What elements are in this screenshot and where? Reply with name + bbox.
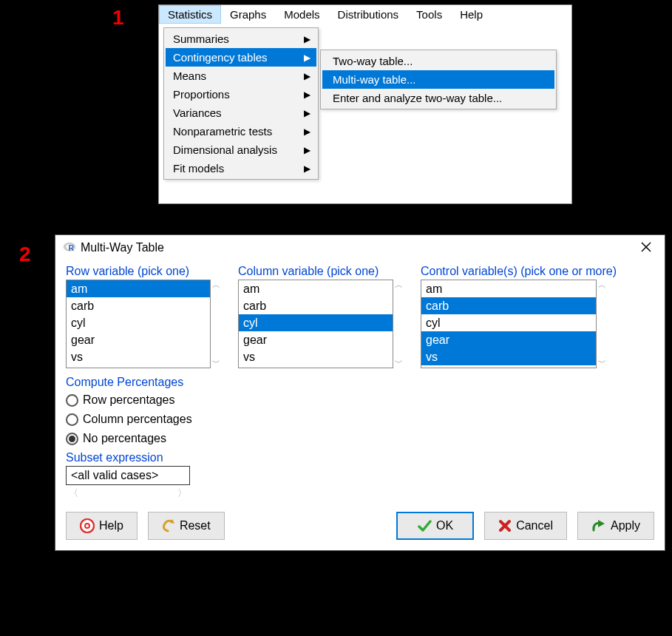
submenu-enter-analyze[interactable]: Enter and analyze two-way table... bbox=[322, 89, 554, 107]
ok-button[interactable]: OK bbox=[396, 512, 474, 540]
statistics-dropdown: Summaries▶ Contingency tables▶ Means▶ Pr… bbox=[163, 27, 319, 180]
menu-graphs[interactable]: Graphs bbox=[221, 5, 275, 24]
radio-icon bbox=[66, 394, 78, 407]
radio-row-percentages[interactable]: Row percentages bbox=[66, 390, 654, 410]
submenu-arrow-icon: ▶ bbox=[304, 89, 310, 100]
svg-text:R: R bbox=[69, 243, 75, 252]
radio-no-percentages[interactable]: No percentages bbox=[66, 429, 654, 448]
list-item[interactable]: gear bbox=[239, 331, 393, 348]
row-variable-label: Row variable (pick one) bbox=[66, 265, 220, 278]
submenu-arrow-icon: ▶ bbox=[304, 163, 310, 174]
radio-label: Column percentages bbox=[83, 413, 192, 426]
submenu-multi-way-table[interactable]: Multi-way table... bbox=[322, 70, 554, 89]
menu-screenshot: Statistics Graphs Models Distributions T… bbox=[158, 4, 572, 204]
column-variable-listbox[interactable]: am carb cyl gear vs bbox=[238, 280, 393, 368]
row-variable-listbox[interactable]: am carb cyl gear vs bbox=[66, 280, 211, 368]
check-icon bbox=[417, 518, 432, 533]
submenu-arrow-icon: ▶ bbox=[304, 108, 310, 118]
menu-tools[interactable]: Tools bbox=[407, 5, 451, 24]
dialog-title: Multi-Way Table bbox=[81, 241, 164, 254]
menu-distributions[interactable]: Distributions bbox=[329, 5, 408, 24]
multi-way-table-dialog: R Multi-Way Table Row variable (pick one… bbox=[55, 234, 665, 551]
button-label: Cancel bbox=[516, 519, 553, 532]
button-label: Help bbox=[99, 519, 123, 532]
radio-icon bbox=[66, 413, 78, 426]
reset-icon bbox=[162, 519, 175, 532]
menu-item-nonparametric-tests[interactable]: Nonparametric tests▶ bbox=[166, 122, 316, 141]
list-item[interactable]: am bbox=[67, 280, 210, 297]
menu-item-label: Means bbox=[173, 70, 206, 82]
scroll-down-icon[interactable]: ﹀ bbox=[212, 357, 220, 368]
list-item[interactable]: gear bbox=[67, 331, 210, 348]
contingency-submenu: Two-way table... Multi-way table... Ente… bbox=[320, 50, 557, 109]
menu-help[interactable]: Help bbox=[451, 5, 492, 24]
menu-item-label: Nonparametric tests bbox=[173, 125, 272, 138]
radio-label: Row percentages bbox=[83, 393, 175, 407]
menu-item-variances[interactable]: Variances▶ bbox=[166, 104, 316, 122]
list-item[interactable]: am bbox=[239, 280, 393, 297]
menu-item-label: Dimensional analysis bbox=[173, 143, 277, 156]
menu-item-dimensional-analysis[interactable]: Dimensional analysis▶ bbox=[166, 141, 316, 159]
scroll-down-icon[interactable]: ﹀ bbox=[395, 357, 403, 368]
menubar: Statistics Graphs Models Distributions T… bbox=[159, 5, 571, 24]
scroll-up-icon[interactable]: ︿ bbox=[598, 280, 606, 291]
list-item[interactable]: vs bbox=[421, 348, 596, 365]
submenu-arrow-icon: ▶ bbox=[304, 34, 310, 44]
close-icon bbox=[641, 242, 651, 252]
submenu-arrow-icon: ▶ bbox=[304, 145, 310, 155]
submenu-arrow-icon: ▶ bbox=[304, 71, 310, 81]
list-item[interactable]: cyl bbox=[67, 314, 210, 331]
radio-label: No percentages bbox=[83, 432, 166, 445]
submenu-arrow-icon: ▶ bbox=[304, 126, 310, 137]
scroll-left-icon: 〈 bbox=[69, 487, 78, 500]
radio-icon bbox=[66, 433, 78, 445]
dialog-titlebar: R Multi-Way Table bbox=[55, 235, 665, 262]
submenu-two-way-table[interactable]: Two-way table... bbox=[322, 52, 554, 70]
scroll-up-icon[interactable]: ︿ bbox=[212, 280, 220, 291]
close-button[interactable] bbox=[635, 240, 657, 256]
list-item[interactable]: vs bbox=[67, 348, 210, 365]
step-2-label: 2 bbox=[19, 243, 31, 266]
button-label: Reset bbox=[180, 519, 211, 532]
step-1-label: 1 bbox=[112, 6, 124, 30]
menu-item-summaries[interactable]: Summaries▶ bbox=[166, 30, 316, 48]
menu-statistics[interactable]: Statistics bbox=[159, 5, 221, 24]
menu-item-fit-models[interactable]: Fit models▶ bbox=[166, 159, 316, 177]
button-label: OK bbox=[436, 519, 453, 532]
column-variable-label: Column variable (pick one) bbox=[238, 265, 403, 278]
list-item[interactable]: carb bbox=[239, 297, 393, 314]
list-item[interactable]: cyl bbox=[421, 314, 596, 331]
svg-marker-14 bbox=[598, 520, 605, 527]
scroll-down-icon[interactable]: ﹀ bbox=[598, 357, 606, 368]
apply-button[interactable]: Apply bbox=[577, 512, 654, 540]
r-logo-icon: R bbox=[63, 240, 76, 256]
help-button[interactable]: Help bbox=[66, 512, 138, 540]
list-item[interactable]: am bbox=[421, 280, 596, 297]
menu-models[interactable]: Models bbox=[275, 5, 328, 24]
button-label: Apply bbox=[611, 519, 640, 532]
control-variable-label: Control variable(s) (pick one or more) bbox=[421, 265, 617, 278]
list-item[interactable]: gear bbox=[421, 331, 596, 348]
menu-item-label: Fit models bbox=[173, 162, 224, 175]
menu-item-label: Variances bbox=[173, 106, 222, 119]
list-item[interactable]: cyl bbox=[239, 314, 393, 331]
subset-scrollbar[interactable]: 〈〉 bbox=[66, 485, 190, 500]
apply-icon bbox=[591, 519, 606, 532]
radio-column-percentages[interactable]: Column percentages bbox=[66, 410, 654, 429]
scroll-up-icon[interactable]: ︿ bbox=[395, 280, 403, 291]
list-item[interactable]: carb bbox=[67, 297, 210, 314]
cancel-button[interactable]: Cancel bbox=[484, 512, 567, 540]
submenu-arrow-icon: ▶ bbox=[304, 53, 310, 63]
compute-percentages-label: Compute Percentages bbox=[66, 376, 654, 389]
list-item[interactable]: carb bbox=[421, 297, 596, 314]
control-variable-listbox[interactable]: am carb cyl gear vs bbox=[421, 280, 597, 368]
menu-item-means[interactable]: Means▶ bbox=[166, 67, 316, 85]
menu-item-label: Proportions bbox=[173, 88, 230, 101]
scroll-right-icon: 〉 bbox=[177, 487, 187, 500]
svg-rect-8 bbox=[80, 525, 95, 527]
menu-item-proportions[interactable]: Proportions▶ bbox=[166, 85, 316, 104]
menu-item-contingency-tables[interactable]: Contingency tables▶ bbox=[166, 48, 316, 67]
list-item[interactable]: vs bbox=[239, 348, 393, 365]
reset-button[interactable]: Reset bbox=[148, 512, 225, 540]
subset-expression-input[interactable]: <all valid cases> bbox=[66, 466, 190, 485]
